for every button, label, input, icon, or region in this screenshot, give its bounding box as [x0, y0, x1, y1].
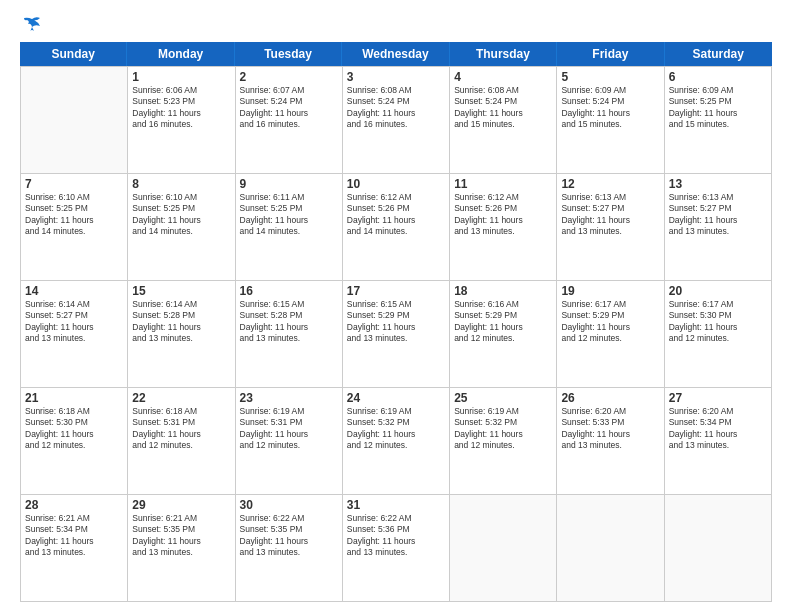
calendar-header-cell: Thursday: [450, 42, 557, 66]
day-number: 20: [669, 284, 767, 298]
calendar-cell: [21, 67, 128, 174]
logo: [20, 16, 42, 32]
day-number: 11: [454, 177, 552, 191]
day-number: 26: [561, 391, 659, 405]
day-number: 10: [347, 177, 445, 191]
day-number: 27: [669, 391, 767, 405]
day-info: Sunrise: 6:08 AM Sunset: 5:24 PM Dayligh…: [347, 85, 445, 131]
calendar: SundayMondayTuesdayWednesdayThursdayFrid…: [20, 42, 772, 602]
day-number: 1: [132, 70, 230, 84]
calendar-cell: [557, 495, 664, 602]
day-info: Sunrise: 6:10 AM Sunset: 5:25 PM Dayligh…: [132, 192, 230, 238]
calendar-cell: 21Sunrise: 6:18 AM Sunset: 5:30 PM Dayli…: [21, 388, 128, 495]
day-info: Sunrise: 6:12 AM Sunset: 5:26 PM Dayligh…: [454, 192, 552, 238]
calendar-cell: 19Sunrise: 6:17 AM Sunset: 5:29 PM Dayli…: [557, 281, 664, 388]
day-number: 9: [240, 177, 338, 191]
day-number: 8: [132, 177, 230, 191]
day-info: Sunrise: 6:19 AM Sunset: 5:32 PM Dayligh…: [347, 406, 445, 452]
calendar-cell: 18Sunrise: 6:16 AM Sunset: 5:29 PM Dayli…: [450, 281, 557, 388]
day-info: Sunrise: 6:20 AM Sunset: 5:34 PM Dayligh…: [669, 406, 767, 452]
calendar-cell: 4Sunrise: 6:08 AM Sunset: 5:24 PM Daylig…: [450, 67, 557, 174]
calendar-cell: 5Sunrise: 6:09 AM Sunset: 5:24 PM Daylig…: [557, 67, 664, 174]
day-info: Sunrise: 6:17 AM Sunset: 5:29 PM Dayligh…: [561, 299, 659, 345]
page: SundayMondayTuesdayWednesdayThursdayFrid…: [0, 0, 792, 612]
calendar-cell: [450, 495, 557, 602]
day-info: Sunrise: 6:12 AM Sunset: 5:26 PM Dayligh…: [347, 192, 445, 238]
day-info: Sunrise: 6:13 AM Sunset: 5:27 PM Dayligh…: [669, 192, 767, 238]
day-number: 3: [347, 70, 445, 84]
day-info: Sunrise: 6:06 AM Sunset: 5:23 PM Dayligh…: [132, 85, 230, 131]
day-info: Sunrise: 6:17 AM Sunset: 5:30 PM Dayligh…: [669, 299, 767, 345]
calendar-cell: 12Sunrise: 6:13 AM Sunset: 5:27 PM Dayli…: [557, 174, 664, 281]
day-number: 19: [561, 284, 659, 298]
day-info: Sunrise: 6:22 AM Sunset: 5:35 PM Dayligh…: [240, 513, 338, 559]
calendar-cell: 1Sunrise: 6:06 AM Sunset: 5:23 PM Daylig…: [128, 67, 235, 174]
day-number: 12: [561, 177, 659, 191]
day-number: 30: [240, 498, 338, 512]
day-number: 17: [347, 284, 445, 298]
calendar-header-cell: Friday: [557, 42, 664, 66]
day-info: Sunrise: 6:14 AM Sunset: 5:28 PM Dayligh…: [132, 299, 230, 345]
day-info: Sunrise: 6:18 AM Sunset: 5:31 PM Dayligh…: [132, 406, 230, 452]
day-info: Sunrise: 6:14 AM Sunset: 5:27 PM Dayligh…: [25, 299, 123, 345]
calendar-cell: 9Sunrise: 6:11 AM Sunset: 5:25 PM Daylig…: [236, 174, 343, 281]
day-number: 5: [561, 70, 659, 84]
calendar-cell: 29Sunrise: 6:21 AM Sunset: 5:35 PM Dayli…: [128, 495, 235, 602]
day-info: Sunrise: 6:21 AM Sunset: 5:35 PM Dayligh…: [132, 513, 230, 559]
calendar-cell: 6Sunrise: 6:09 AM Sunset: 5:25 PM Daylig…: [665, 67, 772, 174]
day-info: Sunrise: 6:09 AM Sunset: 5:24 PM Dayligh…: [561, 85, 659, 131]
day-number: 24: [347, 391, 445, 405]
day-info: Sunrise: 6:22 AM Sunset: 5:36 PM Dayligh…: [347, 513, 445, 559]
calendar-header-cell: Saturday: [665, 42, 772, 66]
day-number: 28: [25, 498, 123, 512]
day-number: 25: [454, 391, 552, 405]
logo-bird-icon: [22, 16, 42, 32]
day-info: Sunrise: 6:13 AM Sunset: 5:27 PM Dayligh…: [561, 192, 659, 238]
day-info: Sunrise: 6:11 AM Sunset: 5:25 PM Dayligh…: [240, 192, 338, 238]
day-number: 23: [240, 391, 338, 405]
calendar-cell: 30Sunrise: 6:22 AM Sunset: 5:35 PM Dayli…: [236, 495, 343, 602]
day-info: Sunrise: 6:09 AM Sunset: 5:25 PM Dayligh…: [669, 85, 767, 131]
calendar-body: 1Sunrise: 6:06 AM Sunset: 5:23 PM Daylig…: [20, 66, 772, 602]
calendar-row: 28Sunrise: 6:21 AM Sunset: 5:34 PM Dayli…: [21, 495, 772, 602]
day-info: Sunrise: 6:10 AM Sunset: 5:25 PM Dayligh…: [25, 192, 123, 238]
day-info: Sunrise: 6:15 AM Sunset: 5:28 PM Dayligh…: [240, 299, 338, 345]
calendar-cell: 3Sunrise: 6:08 AM Sunset: 5:24 PM Daylig…: [343, 67, 450, 174]
day-number: 14: [25, 284, 123, 298]
day-info: Sunrise: 6:08 AM Sunset: 5:24 PM Dayligh…: [454, 85, 552, 131]
calendar-cell: 25Sunrise: 6:19 AM Sunset: 5:32 PM Dayli…: [450, 388, 557, 495]
day-number: 31: [347, 498, 445, 512]
day-number: 16: [240, 284, 338, 298]
calendar-cell: 10Sunrise: 6:12 AM Sunset: 5:26 PM Dayli…: [343, 174, 450, 281]
calendar-cell: 13Sunrise: 6:13 AM Sunset: 5:27 PM Dayli…: [665, 174, 772, 281]
calendar-header-cell: Sunday: [20, 42, 127, 66]
header: [20, 16, 772, 32]
day-number: 29: [132, 498, 230, 512]
calendar-cell: 15Sunrise: 6:14 AM Sunset: 5:28 PM Dayli…: [128, 281, 235, 388]
calendar-header: SundayMondayTuesdayWednesdayThursdayFrid…: [20, 42, 772, 66]
day-number: 7: [25, 177, 123, 191]
calendar-row: 1Sunrise: 6:06 AM Sunset: 5:23 PM Daylig…: [21, 67, 772, 174]
calendar-row: 21Sunrise: 6:18 AM Sunset: 5:30 PM Dayli…: [21, 388, 772, 495]
day-number: 6: [669, 70, 767, 84]
calendar-cell: 22Sunrise: 6:18 AM Sunset: 5:31 PM Dayli…: [128, 388, 235, 495]
calendar-cell: [665, 495, 772, 602]
day-number: 4: [454, 70, 552, 84]
calendar-cell: 7Sunrise: 6:10 AM Sunset: 5:25 PM Daylig…: [21, 174, 128, 281]
day-info: Sunrise: 6:15 AM Sunset: 5:29 PM Dayligh…: [347, 299, 445, 345]
day-number: 13: [669, 177, 767, 191]
calendar-header-cell: Tuesday: [235, 42, 342, 66]
calendar-cell: 27Sunrise: 6:20 AM Sunset: 5:34 PM Dayli…: [665, 388, 772, 495]
day-info: Sunrise: 6:07 AM Sunset: 5:24 PM Dayligh…: [240, 85, 338, 131]
calendar-header-cell: Monday: [127, 42, 234, 66]
day-number: 21: [25, 391, 123, 405]
day-number: 2: [240, 70, 338, 84]
day-info: Sunrise: 6:18 AM Sunset: 5:30 PM Dayligh…: [25, 406, 123, 452]
calendar-cell: 2Sunrise: 6:07 AM Sunset: 5:24 PM Daylig…: [236, 67, 343, 174]
day-number: 18: [454, 284, 552, 298]
calendar-cell: 24Sunrise: 6:19 AM Sunset: 5:32 PM Dayli…: [343, 388, 450, 495]
day-info: Sunrise: 6:16 AM Sunset: 5:29 PM Dayligh…: [454, 299, 552, 345]
calendar-cell: 14Sunrise: 6:14 AM Sunset: 5:27 PM Dayli…: [21, 281, 128, 388]
day-info: Sunrise: 6:19 AM Sunset: 5:32 PM Dayligh…: [454, 406, 552, 452]
calendar-header-cell: Wednesday: [342, 42, 449, 66]
